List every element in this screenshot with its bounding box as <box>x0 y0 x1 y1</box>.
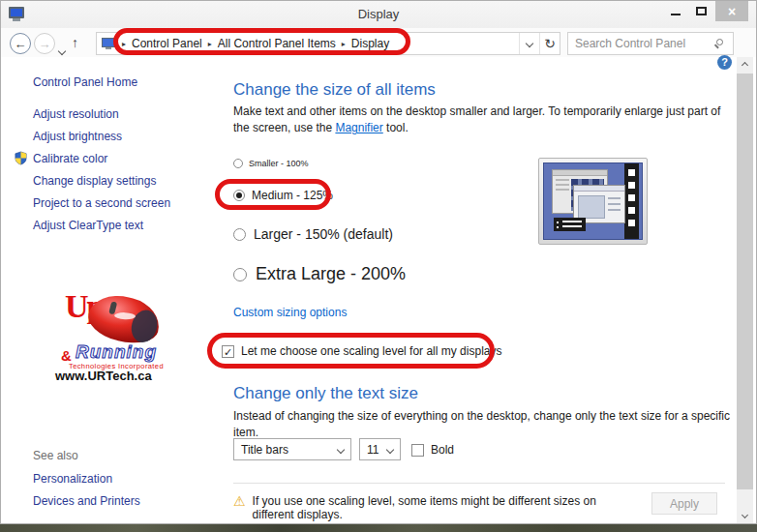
close-button[interactable]: × <box>715 1 748 21</box>
sidebar-item-project-second-screen[interactable]: Project to a second screen <box>33 196 170 210</box>
sidebar-item-personalization[interactable]: Personalization <box>33 472 112 486</box>
sidebar-item-adjust-brightness[interactable]: Adjust brightness <box>33 130 122 143</box>
radio-icon <box>233 159 243 168</box>
description-text: Make text and other items on the desktop… <box>233 104 720 134</box>
logo-url: www.URTech.ca <box>55 369 152 383</box>
checkbox-label: Let me choose one scaling level for all … <box>241 344 501 358</box>
preview-sidebar <box>624 163 639 240</box>
radio-icon <box>233 228 246 241</box>
radio-icon <box>233 268 247 281</box>
radio-smaller-100[interactable]: Smaller - 100% <box>233 159 309 168</box>
item-dropdown-value: Title bars <box>241 443 288 457</box>
checkbox-checked-icon[interactable]: ✓ <box>222 345 234 358</box>
search-box <box>567 32 734 55</box>
urtech-logo: Up & Running Technologies Incorporated w… <box>15 291 203 380</box>
section-heading-size: Change the size of all items <box>233 80 436 100</box>
scrollbar-thumb[interactable] <box>737 74 753 489</box>
vertical-scrollbar[interactable] <box>737 57 753 523</box>
help-icon[interactable]: ? <box>717 55 732 70</box>
radio-label: Larger - 150% (default) <box>254 226 393 242</box>
radio-larger-150[interactable]: Larger - 150% (default) <box>233 226 393 242</box>
radio-extra-large-200[interactable]: Extra Large - 200% <box>233 264 406 284</box>
chevron-down-icon <box>337 446 345 454</box>
bold-checkbox-row[interactable]: Bold <box>411 443 454 457</box>
chevron-down-icon <box>386 446 394 454</box>
radio-label: Smaller - 100% <box>249 159 309 168</box>
sidebar-item-control-panel-home[interactable]: Control Panel Home <box>33 75 137 89</box>
preview-menu <box>554 218 586 231</box>
display-window: Display × ← → ↑ ▸ Control Panel ▸ All Co… <box>0 0 757 524</box>
maximize-icon <box>696 7 707 15</box>
back-button[interactable]: ← <box>10 33 31 54</box>
search-icon[interactable] <box>713 39 725 50</box>
up-one-level-button[interactable]: ↑ <box>72 35 78 50</box>
sidebar-item-calibrate-color[interactable]: Calibrate color <box>33 152 107 165</box>
display-preview-image <box>538 158 648 245</box>
address-bar[interactable]: ▸ Control Panel ▸ All Control Panel Item… <box>96 32 560 55</box>
checkbox-unchecked-icon[interactable] <box>411 444 424 457</box>
font-size-dropdown[interactable]: 11 <box>359 438 401 460</box>
radio-label: Extra Large - 200% <box>256 264 406 284</box>
history-dropdown-icon[interactable] <box>59 41 65 58</box>
breadcrumb-display[interactable]: Display <box>351 37 389 50</box>
uac-shield-icon <box>14 151 28 165</box>
description-suffix: tool. <box>383 121 409 134</box>
display-settings-app: Display × ← → ↑ ▸ Control Panel ▸ All Co… <box>0 0 757 532</box>
refresh-icon[interactable]: ↻ <box>539 33 560 54</box>
apply-button[interactable]: Apply <box>651 492 717 515</box>
forward-button[interactable]: → <box>34 33 55 54</box>
sidebar-item-adjust-resolution[interactable]: Adjust resolution <box>33 107 119 121</box>
see-also-label: See also <box>33 449 78 462</box>
breadcrumb-chevron-icon: ▸ <box>122 40 126 48</box>
window-title: Display <box>1 7 756 21</box>
address-dropdown-icon[interactable] <box>519 33 539 54</box>
magnifier-link[interactable]: Magnifier <box>335 121 382 134</box>
sidebar-item-change-display-settings[interactable]: Change display settings <box>33 174 156 188</box>
breadcrumb-control-panel[interactable]: Control Panel <box>132 37 202 50</box>
location-display-icon <box>102 38 116 50</box>
radio-selected-icon <box>233 190 245 201</box>
sidebar-item-adjust-cleartype[interactable]: Adjust ClearType text <box>33 219 143 232</box>
warning-icon: ⚠ <box>233 494 246 508</box>
breadcrumb-chevron-icon: ▸ <box>208 40 212 48</box>
text-section-description: Instead of changing the size of everythi… <box>233 408 733 442</box>
logo-running-text: Running <box>76 341 157 363</box>
scroll-up-icon[interactable] <box>737 57 753 74</box>
minimize-button[interactable] <box>663 1 688 21</box>
scaling-warning: ⚠ If you use one scaling level, some ite… <box>233 494 640 521</box>
bold-label: Bold <box>431 443 454 457</box>
custom-sizing-options-link[interactable]: Custom sizing options <box>233 306 347 319</box>
size-section-description: Make text and other items on the desktop… <box>233 103 733 137</box>
divider <box>233 483 725 484</box>
breadcrumb-all-items[interactable]: All Control Panel Items <box>218 37 336 50</box>
section-heading-text-size: Change only the text size <box>233 384 418 403</box>
warning-text: If you use one scaling level, some items… <box>253 494 640 521</box>
search-input[interactable] <box>575 34 711 53</box>
radio-label: Medium - 125% <box>252 189 333 202</box>
font-size-value: 11 <box>367 443 378 457</box>
sidebar-item-devices-printers[interactable]: Devices and Printers <box>33 494 140 508</box>
scroll-down-icon[interactable] <box>737 507 753 523</box>
radio-medium-125[interactable]: Medium - 125% <box>233 189 333 202</box>
item-dropdown[interactable]: Title bars <box>233 438 351 460</box>
breadcrumb-chevron-icon: ▸ <box>342 40 346 48</box>
maximize-button[interactable] <box>688 1 713 21</box>
minimize-icon <box>671 14 681 15</box>
one-scaling-level-checkbox-row[interactable]: ✓ Let me choose one scaling level for al… <box>222 344 501 358</box>
title-bar: Display × <box>1 1 756 28</box>
